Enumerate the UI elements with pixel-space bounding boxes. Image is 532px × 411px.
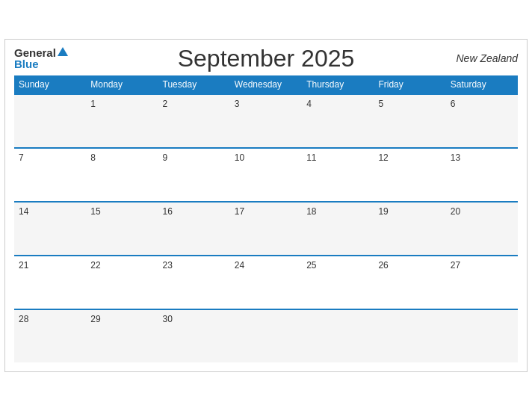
day-cell: 3 [230, 95, 302, 147]
day-number: 28 [19, 314, 28, 324]
day-cell: 28 [14, 310, 86, 362]
calendar-container: General Blue September 2025 New Zealand … [4, 39, 528, 372]
day-number: 18 [306, 206, 316, 217]
calendar-title: September 2025 [178, 45, 355, 72]
logo-blue-text: Blue [14, 58, 39, 69]
day-number: 27 [451, 260, 460, 271]
day-number: 20 [451, 206, 460, 217]
day-number: 8 [90, 152, 96, 163]
day-number: 7 [19, 152, 24, 163]
day-number: 5 [378, 99, 383, 109]
day-header-tuesday: Tuesday [158, 75, 230, 93]
day-cell: 11 [302, 149, 374, 201]
day-cell: 21 [14, 256, 86, 309]
day-cell: 10 [230, 149, 302, 201]
day-header-monday: Monday [86, 75, 158, 93]
day-cell: 15 [86, 203, 158, 255]
day-number: 16 [163, 206, 173, 217]
day-cell [374, 310, 445, 362]
week-row-1: 123456 [14, 93, 518, 147]
day-number: 19 [378, 206, 388, 217]
logo-triangle-icon [58, 47, 68, 56]
day-header-saturday: Saturday [446, 75, 518, 93]
calendar-grid: 1234567891011121314151617181920212223242… [14, 93, 518, 362]
calendar-header: General Blue September 2025 New Zealand [14, 47, 518, 69]
day-cell: 30 [158, 310, 230, 362]
day-header-sunday: Sunday [14, 75, 86, 93]
day-number: 17 [235, 206, 244, 217]
day-cell: 19 [374, 203, 445, 255]
day-cell: 8 [86, 149, 158, 201]
day-number: 6 [451, 99, 456, 109]
day-number: 30 [163, 314, 173, 324]
week-row-3: 14151617181920 [14, 201, 518, 255]
country-label: New Zealand [457, 52, 519, 64]
day-cell: 29 [86, 310, 158, 362]
logo: General Blue [14, 47, 68, 69]
day-number: 2 [163, 99, 168, 109]
day-cell [446, 310, 518, 362]
day-number: 3 [235, 99, 240, 109]
day-cell: 20 [446, 203, 518, 255]
day-cell: 22 [86, 256, 158, 309]
day-cell: 16 [158, 203, 230, 255]
day-number: 4 [306, 99, 312, 109]
day-number: 9 [163, 152, 168, 163]
days-header: SundayMondayTuesdayWednesdayThursdayFrid… [14, 75, 518, 93]
day-cell: 5 [374, 95, 445, 147]
day-cell: 26 [374, 256, 445, 309]
day-cell [302, 310, 374, 362]
day-cell: 6 [446, 95, 518, 147]
day-header-friday: Friday [374, 75, 445, 93]
week-row-4: 21222324252627 [14, 255, 518, 309]
day-cell: 1 [86, 95, 158, 147]
day-cell: 7 [14, 149, 86, 201]
day-number: 22 [90, 260, 100, 271]
logo-general-text: General [14, 47, 56, 58]
day-number: 15 [90, 206, 100, 217]
day-header-thursday: Thursday [302, 75, 374, 93]
day-header-wednesday: Wednesday [230, 75, 302, 93]
day-cell: 18 [302, 203, 374, 255]
day-cell: 24 [230, 256, 302, 309]
day-number: 25 [306, 260, 316, 271]
day-cell: 9 [158, 149, 230, 201]
day-cell: 13 [446, 149, 518, 201]
day-cell: 27 [446, 256, 518, 309]
day-number: 29 [90, 314, 100, 324]
day-cell: 23 [158, 256, 230, 309]
day-number: 23 [163, 260, 173, 271]
day-number: 12 [378, 152, 388, 163]
day-cell [230, 310, 302, 362]
day-number: 26 [378, 260, 388, 271]
day-number: 13 [451, 152, 460, 163]
day-cell: 2 [158, 95, 230, 147]
day-cell: 25 [302, 256, 374, 309]
day-cell: 12 [374, 149, 445, 201]
day-cell: 17 [230, 203, 302, 255]
day-number: 14 [19, 206, 28, 217]
day-cell: 14 [14, 203, 86, 255]
day-cell: 4 [302, 95, 374, 147]
day-number: 21 [19, 260, 28, 271]
day-number: 1 [90, 99, 96, 109]
day-number: 10 [235, 152, 244, 163]
day-number: 11 [306, 152, 316, 163]
week-row-5: 282930 [14, 309, 518, 362]
day-number: 24 [235, 260, 244, 271]
day-cell [14, 95, 86, 147]
week-row-2: 78910111213 [14, 147, 518, 201]
